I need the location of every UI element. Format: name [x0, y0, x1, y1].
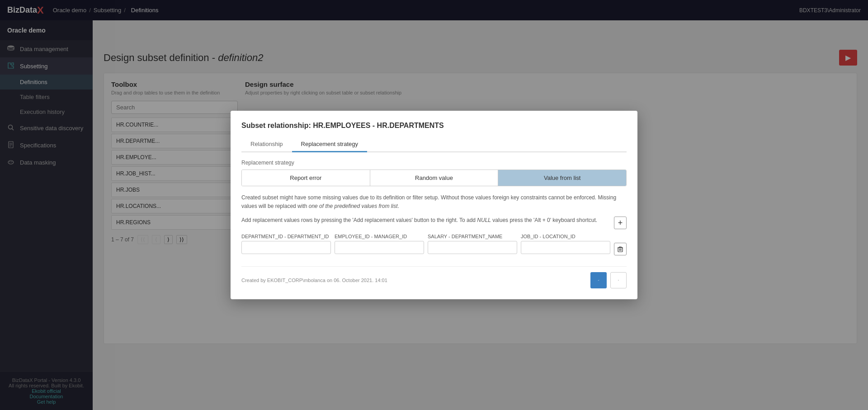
info-text-1: Created subset might have some missing v…: [241, 193, 627, 211]
modal-overlay[interactable]: Subset relationship: HR.EMPLOYEES - HR.D…: [0, 0, 868, 410]
info-text-2-end: values press the 'Alt + 0' keyboard shor…: [491, 217, 597, 223]
field-salary-deptname: SALARY - DEPARTMENT_NAME: [428, 234, 517, 254]
field-label-dept-dept: DEPARTMENT_ID - DEPARTMENT_ID: [241, 234, 331, 239]
input-salary-deptname[interactable]: [428, 241, 517, 254]
modal-footer: Created by EKOBIT_CORP\mbolanca on 06. O…: [241, 266, 627, 288]
modal-confirm-button[interactable]: [590, 272, 607, 288]
modal-tabs: Relationship Replacement strategy: [241, 137, 627, 152]
replacement-row: DEPARTMENT_ID - DEPARTMENT_ID EMPLOYEE_I…: [241, 234, 627, 255]
add-replacement-row-button[interactable]: +: [614, 217, 627, 229]
trash-icon: [617, 246, 623, 252]
strategy-btn-report-error[interactable]: Report error: [242, 170, 370, 186]
add-row-container: Add replacement values rows by pressing …: [241, 216, 627, 230]
strategy-btn-random-value[interactable]: Random value: [370, 170, 499, 186]
info-text-1-end: .: [398, 203, 399, 209]
info-text-1-italic: one of the predefined values from list: [309, 203, 398, 209]
modal-actions: [590, 272, 627, 288]
checkmark-icon: [598, 277, 599, 284]
field-emp-manager: EMPLOYEE_ID - MANAGER_ID: [335, 234, 424, 254]
created-by-text: Created by EKOBIT_CORP\mbolanca on 06. O…: [241, 278, 387, 283]
modal-cancel-button[interactable]: [610, 272, 627, 288]
info-text-2-start: Add replacement values rows by pressing …: [241, 217, 477, 223]
info-text-2-null: NULL: [477, 217, 491, 223]
input-dept-dept[interactable]: [241, 241, 331, 254]
close-icon: [618, 277, 619, 283]
input-emp-manager[interactable]: [335, 241, 424, 254]
field-job-location: JOB_ID - LOCATION_ID: [521, 234, 610, 254]
field-label-emp-manager: EMPLOYEE_ID - MANAGER_ID: [335, 234, 424, 239]
modal-dialog: Subset relationship: HR.EMPLOYEES - HR.D…: [231, 111, 637, 300]
replacement-strategy-label: Replacement strategy: [241, 160, 627, 166]
field-label-job-location: JOB_ID - LOCATION_ID: [521, 234, 610, 239]
field-label-salary-deptname: SALARY - DEPARTMENT_NAME: [428, 234, 517, 239]
strategy-btn-value-from-list[interactable]: Value from list: [498, 170, 626, 186]
delete-row-button[interactable]: [614, 243, 627, 255]
modal-title: Subset relationship: HR.EMPLOYEES - HR.D…: [241, 122, 627, 130]
input-job-location[interactable]: [521, 241, 610, 254]
tab-replacement-strategy[interactable]: Replacement strategy: [292, 137, 367, 152]
info-text-1-start: Created subset might have some missing v…: [241, 194, 616, 209]
strategy-buttons-group: Report error Random value Value from lis…: [241, 170, 627, 186]
field-dept-dept: DEPARTMENT_ID - DEPARTMENT_ID: [241, 234, 331, 254]
info-text-2: Add replacement values rows by pressing …: [241, 216, 627, 225]
tab-relationship[interactable]: Relationship: [241, 137, 292, 152]
